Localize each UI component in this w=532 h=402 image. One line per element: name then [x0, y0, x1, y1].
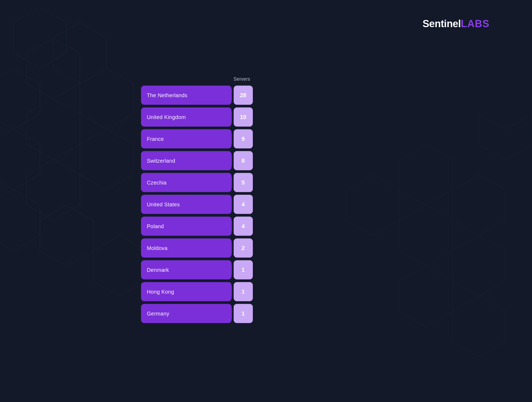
table-row: Denmark1 — [141, 260, 253, 280]
svg-marker-6 — [80, 129, 133, 190]
country-label: France — [141, 129, 232, 149]
server-count: 5 — [234, 173, 253, 192]
svg-marker-16 — [346, 175, 399, 236]
background-pattern — [0, 0, 532, 402]
svg-marker-1 — [80, 68, 133, 129]
country-label: Moldova — [141, 239, 232, 258]
table-row: Moldova2 — [141, 239, 253, 258]
column-label: Servers — [141, 76, 253, 82]
svg-marker-2 — [27, 99, 80, 159]
svg-marker-9 — [40, 205, 93, 266]
bar-divider — [232, 199, 232, 210]
svg-marker-12 — [399, 145, 452, 205]
country-label: Poland — [141, 217, 232, 236]
svg-marker-11 — [93, 236, 146, 296]
svg-marker-13 — [452, 175, 506, 236]
server-count: 1 — [234, 304, 253, 323]
table-row: France9 — [141, 129, 253, 149]
table-row: Poland4 — [141, 217, 253, 236]
svg-marker-10 — [0, 190, 40, 251]
country-label: United States — [141, 195, 232, 214]
svg-marker-5 — [13, 7, 67, 68]
server-count: 4 — [234, 217, 253, 236]
bar-divider — [232, 308, 232, 319]
country-label: Germany — [141, 304, 232, 323]
logo-sentinel-text: Sentinel — [423, 18, 461, 30]
server-count: 8 — [234, 151, 253, 170]
bar-divider — [232, 134, 232, 144]
table-row: Switzerland8 — [141, 151, 253, 170]
server-count: 9 — [234, 129, 253, 149]
table-row: The Netherlands28 — [141, 86, 253, 105]
bar-divider — [232, 112, 232, 122]
svg-marker-3 — [0, 68, 40, 129]
svg-marker-14 — [399, 205, 452, 266]
bar-divider — [232, 177, 232, 188]
bar-divider — [232, 265, 232, 275]
server-count: 1 — [234, 260, 253, 280]
server-count: 2 — [234, 239, 253, 258]
logo: Sentinel LABS — [423, 18, 489, 30]
table-row: Germany1 — [141, 304, 253, 323]
svg-marker-8 — [0, 129, 40, 190]
svg-marker-18 — [399, 266, 452, 327]
svg-marker-19 — [452, 296, 506, 357]
bars-container: The Netherlands28United Kingdom10France9… — [141, 86, 253, 323]
server-count: 1 — [234, 282, 253, 301]
country-label: The Netherlands — [141, 86, 232, 105]
table-row: Czechia5 — [141, 173, 253, 192]
server-count: 28 — [234, 86, 253, 105]
logo-labs-text: LABS — [461, 18, 489, 30]
svg-marker-7 — [27, 159, 80, 220]
svg-marker-15 — [452, 236, 506, 296]
bar-divider — [232, 221, 232, 232]
table-row: United States4 — [141, 195, 253, 214]
bar-divider — [232, 286, 232, 297]
table-row: United Kingdom10 — [141, 108, 253, 127]
country-label: Czechia — [141, 173, 232, 192]
bar-divider — [232, 155, 232, 166]
chart-container: Servers The Netherlands28United Kingdom1… — [141, 76, 253, 326]
country-label: United Kingdom — [141, 108, 232, 127]
country-label: Denmark — [141, 260, 232, 280]
country-label: Hong Kong — [141, 282, 232, 301]
bar-divider — [232, 90, 232, 101]
server-count: 10 — [234, 108, 253, 127]
table-row: Hong Kong1 — [141, 282, 253, 301]
server-count: 4 — [234, 195, 253, 214]
svg-marker-17 — [479, 114, 532, 160]
bar-divider — [232, 243, 232, 253]
country-label: Switzerland — [141, 151, 232, 170]
